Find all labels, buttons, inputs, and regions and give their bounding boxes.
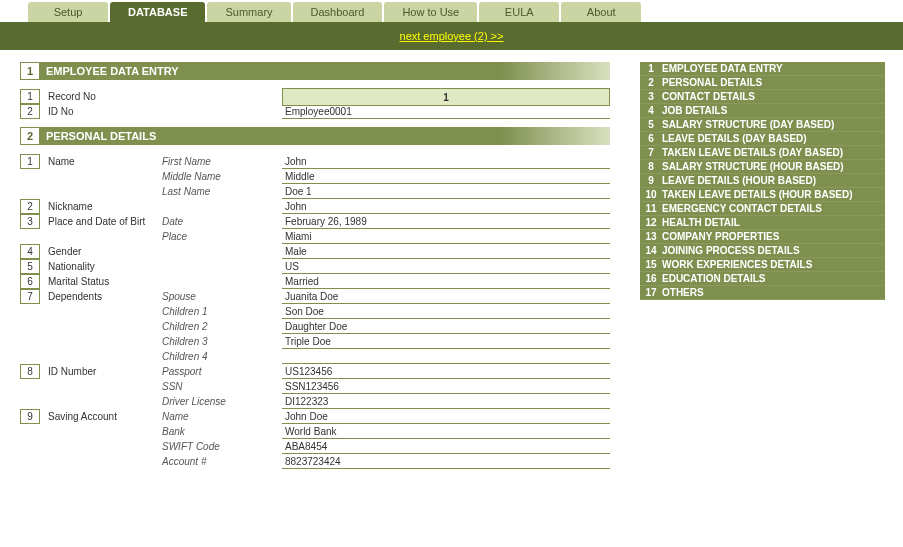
row-num: 2 (20, 199, 40, 214)
tabs-bar: Setup DATABASE Summary Dashboard How to … (0, 0, 903, 22)
acctname-value[interactable]: John Doe (282, 410, 610, 424)
id-no-label: ID No (46, 106, 162, 117)
row-num: 1 (20, 89, 40, 104)
dl-sublabel: Driver License (162, 396, 282, 407)
row-num: 1 (20, 154, 40, 169)
nav-joining-process[interactable]: 14JOINING PROCESS DETAILS (640, 244, 885, 258)
nav-employee-data-entry[interactable]: 1EMPLOYEE DATA ENTRY (640, 62, 885, 76)
section-employee-data-entry: 1 EMPLOYEE DATA ENTRY (20, 62, 610, 80)
row-num: 5 (20, 259, 40, 274)
nav-salary-hour[interactable]: 8SALARY STRUCTURE (HOUR BASED) (640, 160, 885, 174)
last-name-sublabel: Last Name (162, 186, 282, 197)
children2-value[interactable]: Daughter Doe (282, 320, 610, 334)
nav-emergency-contact[interactable]: 11EMERGENCY CONTACT DETAILS (640, 202, 885, 216)
first-name-value[interactable]: John (282, 155, 610, 169)
fade-decoration (500, 62, 610, 80)
marital-label: Marital Status (46, 276, 162, 287)
account-value[interactable]: 8823723424 (282, 455, 610, 469)
gender-label: Gender (46, 246, 162, 257)
section-title: EMPLOYEE DATA ENTRY (46, 65, 179, 77)
right-nav-panel: 1EMPLOYEE DATA ENTRY 2PERSONAL DETAILS 3… (640, 62, 885, 469)
tab-database[interactable]: DATABASE (110, 2, 205, 22)
fade-decoration (500, 127, 610, 145)
nav-others[interactable]: 17OTHERS (640, 286, 885, 300)
savingacct-label: Saving Account (46, 411, 162, 422)
ssn-sublabel: SSN (162, 381, 282, 392)
date-sublabel: Date (162, 216, 282, 227)
children1-value[interactable]: Son Doe (282, 305, 610, 319)
children3-value[interactable]: Triple Doe (282, 335, 610, 349)
swift-value[interactable]: ABA8454 (282, 440, 610, 454)
children2-sublabel: Children 2 (162, 321, 282, 332)
row-num: 7 (20, 289, 40, 304)
spouse-value[interactable]: Juanita Doe (282, 290, 610, 304)
dl-value[interactable]: DI122323 (282, 395, 610, 409)
children1-sublabel: Children 1 (162, 306, 282, 317)
nav-education[interactable]: 16EDUCATION DETAILS (640, 272, 885, 286)
next-employee-link[interactable]: next employee (2) >> (400, 30, 504, 42)
dependents-label: Dependents (46, 291, 162, 302)
middle-name-sublabel: Middle Name (162, 171, 282, 182)
nav-leave-day[interactable]: 6LEAVE DETAILS (DAY BASED) (640, 132, 885, 146)
record-no-value[interactable]: 1 (282, 88, 610, 106)
ssn-value[interactable]: SSN123456 (282, 380, 610, 394)
date-value[interactable]: February 26, 1989 (282, 215, 610, 229)
acctname-sublabel: Name (162, 411, 282, 422)
children3-sublabel: Children 3 (162, 336, 282, 347)
passport-value[interactable]: US123456 (282, 365, 610, 379)
nav-work-experiences[interactable]: 15WORK EXPERIENCES DETAILS (640, 258, 885, 272)
first-name-sublabel: First Name (162, 156, 282, 167)
section-title: PERSONAL DETAILS (46, 130, 156, 142)
nickname-value[interactable]: John (282, 200, 610, 214)
bank-sublabel: Bank (162, 426, 282, 437)
idnumber-label: ID Number (46, 366, 162, 377)
middle-name-value[interactable]: Middle (282, 170, 610, 184)
nav-company-properties[interactable]: 13COMPANY PROPERTIES (640, 230, 885, 244)
last-name-value[interactable]: Doe 1 (282, 185, 610, 199)
passport-sublabel: Passport (162, 366, 282, 377)
birth-label: Place and Date of Birt (46, 216, 162, 227)
nav-salary-day[interactable]: 5SALARY STRUCTURE (DAY BASED) (640, 118, 885, 132)
tab-setup[interactable]: Setup (28, 2, 108, 22)
row-num: 2 (20, 104, 40, 119)
tab-summary[interactable]: Summary (207, 2, 290, 22)
row-num: 9 (20, 409, 40, 424)
left-panel: 1 EMPLOYEE DATA ENTRY 1 Record No 1 2 ID… (20, 62, 610, 469)
section-personal-details: 2 PERSONAL DETAILS (20, 127, 610, 145)
children4-value[interactable] (282, 350, 610, 364)
place-sublabel: Place (162, 231, 282, 242)
row-num: 4 (20, 244, 40, 259)
swift-sublabel: SWIFT Code (162, 441, 282, 452)
nationality-value[interactable]: US (282, 260, 610, 274)
row-num: 8 (20, 364, 40, 379)
nav-contact-details[interactable]: 3CONTACT DETAILS (640, 90, 885, 104)
banner: next employee (2) >> (0, 22, 903, 50)
section-num: 2 (20, 127, 40, 145)
nav-personal-details[interactable]: 2PERSONAL DETAILS (640, 76, 885, 90)
children4-sublabel: Children 4 (162, 351, 282, 362)
record-no-label: Record No (46, 91, 162, 102)
spouse-sublabel: Spouse (162, 291, 282, 302)
id-no-value[interactable]: Employee0001 (282, 105, 610, 119)
tab-about[interactable]: About (561, 2, 641, 22)
row-num: 6 (20, 274, 40, 289)
nav-health[interactable]: 12HEALTH DETAIL (640, 216, 885, 230)
nav-job-details[interactable]: 4JOB DETAILS (640, 104, 885, 118)
name-label: Name (46, 156, 162, 167)
gender-value[interactable]: Male (282, 245, 610, 259)
place-value[interactable]: Miami (282, 230, 610, 244)
nav-taken-leave-day[interactable]: 7TAKEN LEAVE DETAILS (DAY BASED) (640, 146, 885, 160)
section-num: 1 (20, 62, 40, 80)
tab-howto[interactable]: How to Use (384, 2, 477, 22)
account-sublabel: Account # (162, 456, 282, 467)
nav-taken-leave-hour[interactable]: 10TAKEN LEAVE DETAILS (HOUR BASED) (640, 188, 885, 202)
tab-eula[interactable]: EULA (479, 2, 559, 22)
tab-dashboard[interactable]: Dashboard (293, 2, 383, 22)
row-num: 3 (20, 214, 40, 229)
nickname-label: Nickname (46, 201, 162, 212)
nav-leave-hour[interactable]: 9LEAVE DETAILS (HOUR BASED) (640, 174, 885, 188)
bank-value[interactable]: World Bank (282, 425, 610, 439)
marital-value[interactable]: Married (282, 275, 610, 289)
nationality-label: Nationality (46, 261, 162, 272)
